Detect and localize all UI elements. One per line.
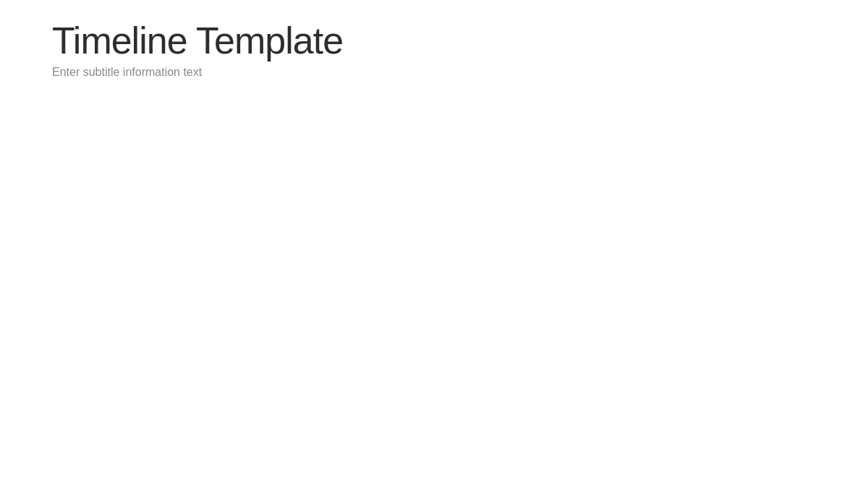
header: Timeline Template Enter subtitle informa… — [52, 20, 343, 79]
page-subtitle: Enter subtitle information text — [52, 66, 343, 79]
page-title: Timeline Template — [52, 20, 343, 62]
